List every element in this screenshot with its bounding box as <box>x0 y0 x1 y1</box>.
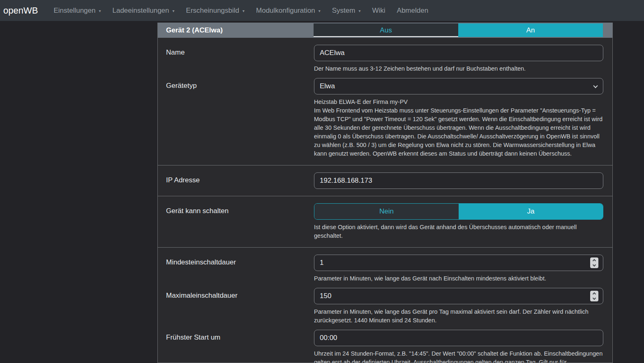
form-row-ip-address: IP Adresse <box>166 172 603 189</box>
stepper-down-icon[interactable] <box>593 263 596 267</box>
caret-down-icon: ▾ <box>99 9 101 13</box>
can-switch-help-text: Ist diese Option aktiviert, dann wird da… <box>314 223 603 240</box>
name-label: Name <box>166 45 314 73</box>
max-on-time-help-text: Parameter in Minuten, wie lange das Gerä… <box>314 308 603 325</box>
nav-item-einstellungen[interactable]: Einstellungen ▾ <box>48 7 106 15</box>
device-on-off-toggle: Aus An <box>314 23 603 37</box>
device-type-help-intro: Heizstab ELWA-E der Firma my-PV <box>314 98 603 106</box>
chevron-down-icon <box>593 83 598 88</box>
earliest-start-input[interactable] <box>314 330 603 346</box>
nav-item-label: Modulkonfiguration <box>256 7 315 15</box>
name-input[interactable] <box>314 45 603 61</box>
nav-item-label: Abmelden <box>397 7 429 15</box>
caret-down-icon: ▾ <box>242 9 245 13</box>
form-row-device-type: Gerätetyp Elwa Heizstab ELWA-E der Firma… <box>166 78 603 158</box>
can-switch-toggle: Nein Ja <box>314 203 603 220</box>
device-settings-card: Gerät 2 (ACElwa) Aus An Name Der Name mu… <box>157 23 613 363</box>
nav-menu: Einstellungen ▾ Ladeeinstellungen ▾ Ersc… <box>48 7 434 15</box>
page-content: Gerät 2 (ACElwa) Aus An Name Der Name mu… <box>0 23 644 363</box>
nav-item-system[interactable]: System ▾ <box>326 7 367 15</box>
card-header: Gerät 2 (ACElwa) Aus An <box>158 23 612 38</box>
brand-logo[interactable]: openWB <box>3 5 43 16</box>
form-row-earliest-start: Frühster Start um Uhrzeit im 24 Stunden-… <box>166 330 603 363</box>
form-row-can-switch: Gerät kann schalten Nein Ja Ist diese Op… <box>166 203 603 240</box>
caret-down-icon: ▾ <box>319 9 321 13</box>
max-on-time-input[interactable] <box>314 288 603 304</box>
device-type-selected-value: Elwa <box>320 82 335 90</box>
caret-down-icon: ▾ <box>173 9 175 13</box>
section-divider <box>158 165 612 165</box>
top-navbar: openWB Einstellungen ▾ Ladeeinstellungen… <box>0 0 644 21</box>
name-help-text: Der Name muss aus 3-12 Zeichen bestehen … <box>314 64 603 73</box>
device-off-button[interactable]: Aus <box>314 23 458 37</box>
device-type-select[interactable]: Elwa <box>314 78 603 94</box>
number-stepper[interactable] <box>590 291 598 301</box>
stepper-up-icon[interactable] <box>593 259 596 262</box>
stepper-down-icon[interactable] <box>593 296 596 300</box>
max-on-time-label: Maximaleinschaltdauer <box>166 288 314 325</box>
ip-address-input[interactable] <box>314 172 603 189</box>
ip-address-label: IP Adresse <box>166 172 314 189</box>
section-divider <box>158 196 612 196</box>
nav-item-label: Einstellungen <box>53 7 95 15</box>
device-type-help-text: Heizstab ELWA-E der Firma my-PV Im Web F… <box>314 98 603 158</box>
nav-item-abmelden[interactable]: Abmelden <box>391 7 434 15</box>
device-type-label: Gerätetyp <box>166 78 314 158</box>
stepper-up-icon[interactable] <box>593 292 596 296</box>
nav-item-label: System <box>332 7 355 15</box>
caret-down-icon: ▾ <box>358 9 360 13</box>
device-type-help-body: Im Web Frontend vom Heizstab muss unter … <box>314 106 603 158</box>
nav-item-wiki[interactable]: Wiki <box>366 7 391 15</box>
card-body: Name Der Name muss aus 3-12 Zeichen best… <box>158 38 612 363</box>
nav-item-erscheinungsbild[interactable]: Erscheinungsbild ▾ <box>180 7 251 15</box>
nav-item-label: Ladeeinstellungen <box>113 7 169 15</box>
min-on-time-input[interactable] <box>314 255 603 271</box>
nav-item-label: Wiki <box>372 7 385 15</box>
device-on-button[interactable]: An <box>458 23 603 37</box>
section-divider <box>158 247 612 248</box>
earliest-start-help-text: Uhrzeit im 24 Stunden-Format, z.B. "14:4… <box>314 349 603 363</box>
min-on-time-label: Mindesteinschaltdauer <box>166 255 314 283</box>
can-switch-no-button[interactable]: Nein <box>314 204 459 219</box>
form-row-max-on-time: Maximaleinschaltdauer Parameter in Minut… <box>166 288 603 325</box>
can-switch-yes-button[interactable]: Ja <box>459 204 603 219</box>
nav-item-modulkonfiguration[interactable]: Modulkonfiguration ▾ <box>250 7 326 15</box>
can-switch-label: Gerät kann schalten <box>166 203 314 240</box>
number-stepper[interactable] <box>590 257 598 268</box>
form-row-min-on-time: Mindesteinschaltdauer Parameter in Minut… <box>166 255 603 283</box>
min-on-time-help-text: Parameter in Minuten, wie lange das Gerä… <box>314 274 603 283</box>
earliest-start-label: Frühster Start um <box>166 330 314 363</box>
nav-item-label: Erscheinungsbild <box>186 7 239 15</box>
form-row-name: Name Der Name muss aus 3-12 Zeichen best… <box>166 45 603 73</box>
nav-item-ladeeinstellungen[interactable]: Ladeeinstellungen ▾ <box>107 7 180 15</box>
